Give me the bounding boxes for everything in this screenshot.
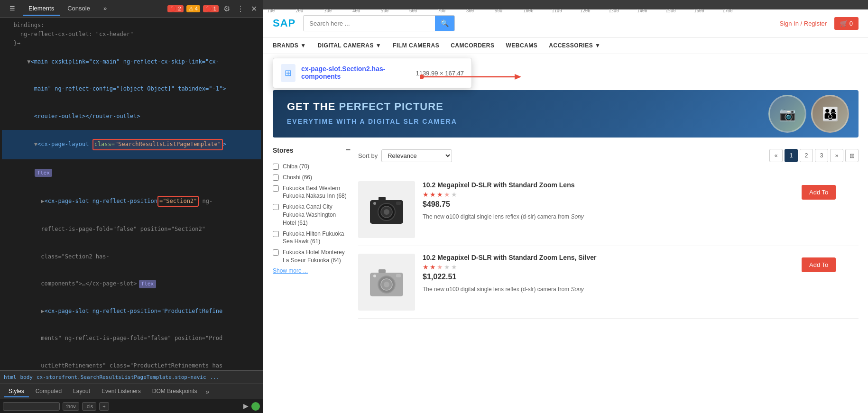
page-2-button[interactable]: 2 — [800, 149, 813, 162]
nav-item-film-cameras[interactable]: FILM CAMERAS — [393, 37, 439, 54]
devtools-tab-bar: ☰ Elements Console » 🔴 2 ⚠ 4 🔴 1 ⚙ ⋮ ✕ — [0, 0, 263, 18]
show-more-link[interactable]: Show more ... — [273, 267, 351, 274]
tooltip-icon: ⊞ — [281, 64, 295, 82]
store-page: SAP 🔍 Sign In / Register 🛒 0 BRANDS ▼ DI… — [263, 9, 868, 413]
tab-layout[interactable]: Layout — [68, 386, 95, 397]
page-prev-button[interactable]: « — [769, 149, 783, 162]
add-to-cart-button-2[interactable]: Add To — [802, 257, 836, 272]
cls-button[interactable]: .cls — [82, 402, 97, 411]
sap-logo: SAP — [273, 17, 295, 29]
banner-text: GET THE PERFECT PICTURE EVERYTIME WITH A… — [287, 100, 457, 127]
store-header: SAP 🔍 Sign In / Register 🛒 0 — [263, 9, 868, 37]
svg-rect-15 — [396, 274, 401, 277]
page-3-button[interactable]: 3 — [815, 149, 828, 162]
sort-select[interactable]: Relevance Price (Low to High) Price (Hig… — [381, 149, 452, 162]
filter-label-fukuoka-canal: Fukuoka Canal City Fukuoka Washington Ho… — [283, 203, 351, 227]
ruler-mark: 1700 — [722, 9, 733, 13]
filter-action-icons: ▶ — [243, 402, 260, 411]
settings-icon[interactable]: ⚙ — [222, 3, 232, 14]
svg-rect-7 — [379, 197, 386, 201]
filter-label-fukuoka-best: Fukuoka Best Western Fukuoka Nakasu Inn … — [283, 184, 351, 201]
ruler-mark: 500 — [381, 9, 388, 13]
products-toolbar: Sort by Relevance Price (Low to High) Pr… — [358, 145, 859, 166]
error-badge-2: 🔴 1 — [203, 5, 219, 12]
breadcrumb-more[interactable]: ... — [210, 374, 220, 380]
star-3: ★ — [437, 263, 443, 271]
filter-checkbox-choshi[interactable] — [273, 174, 279, 181]
ruler-mark: 1200 — [580, 9, 591, 13]
more-options-icon[interactable]: ⋮ — [235, 3, 246, 14]
filter-item-fukuoka-best: Fukuoka Best Western Fukuoka Nakasu Inn … — [273, 184, 351, 201]
nav-item-digital-cameras[interactable]: DIGITAL CAMERAS ▼ — [318, 37, 382, 54]
sidebar-collapse-button[interactable]: − — [345, 145, 351, 155]
filter-label-fukuoka-hilton: Fukuoka Hilton Fukuoka Sea Hawk (61) — [283, 230, 351, 246]
product-info-2: 10.2 Megapixel D-SLR with Standard Zoom … — [423, 254, 794, 311]
product-image-1 — [358, 181, 415, 238]
svg-point-13 — [384, 282, 389, 287]
red-arrow-svg — [420, 72, 524, 82]
tab-styles[interactable]: Styles — [4, 386, 29, 397]
sign-in-link[interactable]: Sign In / Register — [779, 20, 827, 27]
hov-button[interactable]: :hov — [63, 402, 79, 411]
nav-item-accessories[interactable]: ACCESSORIES ▼ — [549, 37, 600, 54]
store-products: Sort by Relevance Price (Low to High) Pr… — [358, 145, 859, 319]
tab-more-icon[interactable]: » — [204, 386, 212, 397]
cart-button[interactable]: 🛒 0 — [834, 17, 859, 30]
ruler-mark: 1600 — [694, 9, 704, 13]
search-button[interactable]: 🔍 — [435, 16, 454, 31]
tab-computed[interactable]: Computed — [31, 386, 66, 397]
filter-checkbox-chiba[interactable] — [273, 164, 279, 170]
tab-panel-toggle[interactable]: ☰ — [4, 2, 21, 16]
breadcrumb-body[interactable]: body — [20, 374, 33, 380]
code-line: components">…</cx-page-slot>flex — [2, 270, 261, 298]
filter-checkbox-fukuoka-best[interactable] — [273, 185, 279, 192]
ruler-mark: 1300 — [609, 9, 619, 13]
nav-item-webcams[interactable]: WEBCAMS — [506, 37, 538, 54]
ruler-mark: 1100 — [552, 9, 562, 13]
code-line: uctLeftRefinements" class="ProductLeftRe… — [2, 352, 261, 370]
play-icon[interactable]: ▶ — [243, 402, 249, 411]
search-input[interactable] — [304, 16, 435, 31]
sort-by: Sort by Relevance Price (Low to High) Pr… — [358, 149, 452, 162]
star-1: ★ — [423, 263, 429, 271]
page-next-button[interactable]: » — [830, 149, 843, 162]
filter-item-fukuoka-canal: Fukuoka Canal City Fukuoka Washington Ho… — [273, 203, 351, 227]
star-5: ★ — [451, 191, 457, 198]
search-icon: 🔍 — [441, 19, 449, 27]
tab-elements[interactable]: Elements — [23, 2, 60, 16]
ruler-mark: 600 — [409, 9, 417, 13]
filter-checkbox-fukuoka-hotel[interactable] — [273, 249, 279, 256]
tab-console[interactable]: Console — [62, 2, 96, 16]
svg-point-2 — [420, 74, 424, 79]
devtools-badge-area: 🔴 2 ⚠ 4 🔴 1 ⚙ ⋮ ✕ — [167, 3, 259, 14]
star-5: ★ — [451, 263, 457, 271]
filter-checkbox-fukuoka-hilton[interactable] — [273, 231, 279, 237]
product-price-2: $1,022.51 — [423, 273, 794, 281]
toggle-icon[interactable] — [251, 402, 260, 411]
grid-view-button[interactable]: ⊞ — [845, 149, 859, 162]
nav-item-camcorders[interactable]: CAMCORDERS — [451, 37, 494, 54]
star-1: ★ — [423, 191, 429, 198]
ruler-mark: 800 — [466, 9, 474, 13]
add-to-cart-button-1[interactable]: Add To — [802, 185, 836, 200]
filter-checkbox-fukuoka-canal[interactable] — [273, 204, 279, 210]
page-1-button[interactable]: 1 — [785, 149, 798, 162]
ruler-mark: 100 — [267, 9, 275, 13]
nav-item-brands[interactable]: BRANDS ▼ — [273, 37, 306, 54]
breadcrumb-storefront[interactable]: cx-storefront.SearchResultsListPageTempl… — [37, 374, 206, 380]
svg-point-6 — [384, 209, 389, 215]
tab-event-listeners[interactable]: Event Listeners — [97, 386, 146, 397]
sort-label: Sort by — [358, 152, 378, 159]
ruler-mark: 300 — [324, 9, 332, 13]
ruler-mark: 1500 — [665, 9, 676, 13]
breadcrumb-html[interactable]: html — [4, 374, 17, 380]
add-style-button[interactable]: + — [99, 402, 109, 411]
filter-input[interactable] — [3, 402, 60, 411]
close-icon[interactable]: ✕ — [249, 3, 259, 14]
tab-more[interactable]: » — [98, 2, 112, 16]
tab-dom-breakpoints[interactable]: DOM Breakpoints — [148, 386, 202, 397]
devtools-filter-bar: :hov .cls + ▶ — [0, 399, 263, 413]
code-line: ▶<cx-page-slot ng-reflect-position="Prod… — [2, 298, 261, 325]
devtools-panel: ☰ Elements Console » 🔴 2 ⚠ 4 🔴 1 ⚙ ⋮ ✕ b… — [0, 0, 263, 413]
store-content: Stores − Chiba (70) Choshi (66) Fukuoka … — [263, 145, 868, 328]
